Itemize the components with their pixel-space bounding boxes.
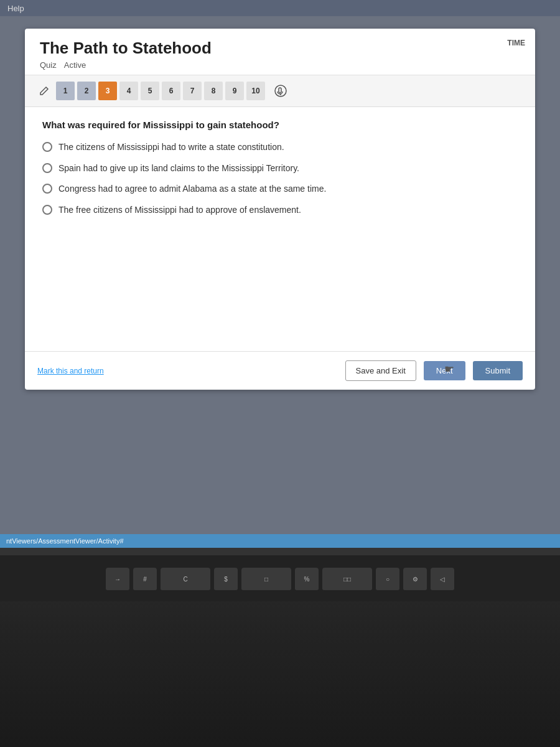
mark-return-link[interactable]: Mark this and return xyxy=(37,367,338,375)
quiz-header: The Path to Statehood Quiz Active xyxy=(25,29,535,75)
answer-option-d[interactable]: The free citizens of Mississippi had to … xyxy=(42,204,518,217)
status-url: ntViewers/AssessmentViewer/Activity# xyxy=(6,537,124,545)
edit-icon[interactable] xyxy=(35,82,54,100)
key-gear[interactable]: ⚙ xyxy=(403,568,427,591)
question-nav-btn-10[interactable]: 10 xyxy=(246,82,265,100)
question-nav-btn-9[interactable]: 9 xyxy=(225,82,244,100)
keyboard-row-1: → # C $ □ % □□ ○ ⚙ ◁ xyxy=(37,568,523,591)
answer-text-b: Spain had to give up its land claims to … xyxy=(58,162,299,175)
page-title: The Path to Statehood xyxy=(40,39,520,58)
answer-option-c[interactable]: Congress had to agree to admit Alabama a… xyxy=(42,183,518,195)
content-area: TIME The Path to Statehood Quiz Active xyxy=(0,16,560,534)
key-arrow[interactable]: → xyxy=(106,568,129,591)
menu-help[interactable]: Help xyxy=(7,4,24,13)
question-nav-btn-3[interactable]: 3 xyxy=(98,82,117,100)
quiz-container: TIME The Path to Statehood Quiz Active xyxy=(25,29,535,390)
timer-label: TIME xyxy=(507,39,525,47)
audio-icon[interactable] xyxy=(271,82,290,100)
question-nav: 1 2 3 4 5 6 7 8 9 10 xyxy=(25,75,535,107)
question-content: What was required for Mississippi to gai… xyxy=(25,107,535,351)
answer-option-b[interactable]: Spain had to give up its land claims to … xyxy=(42,162,518,175)
radio-c[interactable] xyxy=(42,184,52,194)
radio-b[interactable] xyxy=(42,163,52,173)
submit-button[interactable]: Submit xyxy=(473,361,523,380)
question-nav-btn-5[interactable]: 5 xyxy=(141,82,159,100)
next-button[interactable]: Next xyxy=(424,361,465,380)
question-text: What was required for Mississippi to gai… xyxy=(42,120,518,130)
quiz-label: Quiz xyxy=(40,60,57,70)
key-square[interactable]: □ xyxy=(241,568,291,591)
question-nav-btn-7[interactable]: 7 xyxy=(183,82,202,100)
question-nav-btn-1[interactable]: 1 xyxy=(56,82,75,100)
laptop-top-edge xyxy=(0,548,560,555)
answer-text-d: The free citizens of Mississippi had to … xyxy=(58,204,301,217)
key-percent[interactable]: % xyxy=(295,568,319,591)
question-nav-btn-6[interactable]: 6 xyxy=(162,82,180,100)
question-nav-btn-4[interactable]: 4 xyxy=(119,82,138,100)
question-nav-btn-8[interactable]: 8 xyxy=(204,82,223,100)
answer-text-a: The citizens of Mississippi had to write… xyxy=(58,141,284,154)
status-bar: ntViewers/AssessmentViewer/Activity# xyxy=(0,534,560,548)
question-nav-btn-2[interactable]: 2 xyxy=(77,82,96,100)
quiz-active-status: Active xyxy=(64,60,86,70)
laptop-body: → # C $ □ % □□ ○ ⚙ ◁ xyxy=(0,548,560,747)
save-exit-button[interactable]: Save and Exit xyxy=(345,360,416,381)
quiz-meta: Quiz Active xyxy=(40,60,520,70)
radio-d[interactable] xyxy=(42,205,52,215)
key-hash[interactable]: # xyxy=(133,568,157,591)
key-c[interactable]: C xyxy=(161,568,210,591)
quiz-footer: Mark this and return Save and Exit Next … xyxy=(25,351,535,390)
answer-option-a[interactable]: The citizens of Mississippi had to write… xyxy=(42,141,518,154)
menu-bar: Help xyxy=(0,0,560,16)
keyboard-area: → # C $ □ % □□ ○ ⚙ ◁ xyxy=(0,555,560,601)
radio-a[interactable] xyxy=(42,142,52,152)
key-back[interactable]: ◁ xyxy=(431,568,454,591)
answer-text-c: Congress had to agree to admit Alabama a… xyxy=(58,183,326,195)
key-double-square[interactable]: □□ xyxy=(322,568,372,591)
key-dollar[interactable]: $ xyxy=(214,568,238,591)
key-circle[interactable]: ○ xyxy=(376,568,399,591)
screen-area: Help TIME The Path to Statehood Quiz Act… xyxy=(0,0,560,548)
